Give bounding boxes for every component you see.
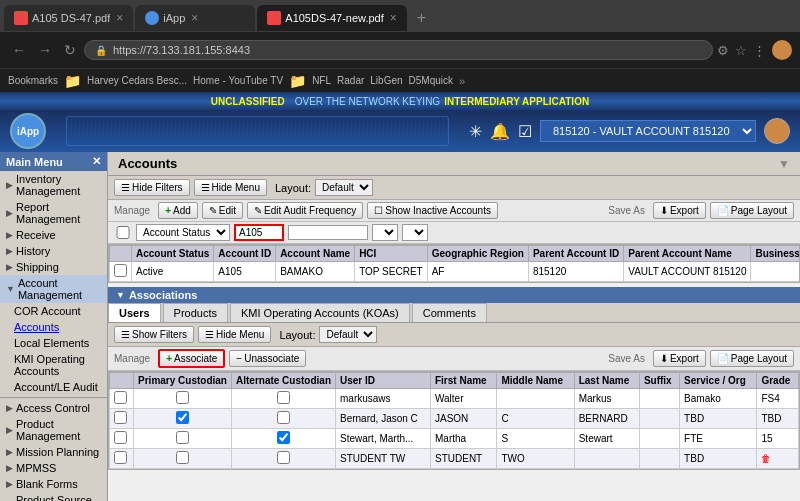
assoc-export-button[interactable]: ⬇ Export <box>653 350 706 367</box>
ucol-service[interactable]: Service / Org <box>680 373 757 389</box>
account-id-filter[interactable] <box>234 224 284 241</box>
account-name-filter[interactable] <box>288 225 368 240</box>
tab-close-2[interactable]: × <box>191 11 198 25</box>
show-filters-button[interactable]: ☰ Show Filters <box>114 326 194 343</box>
sidebar-close-icon[interactable]: ✕ <box>92 155 101 168</box>
tab-pdf-2[interactable]: A105DS-47-new.pdf × <box>257 5 406 31</box>
tab-products[interactable]: Products <box>163 303 228 322</box>
sidebar-sub-local[interactable]: Local Elements <box>0 335 107 351</box>
sidebar-item-blank[interactable]: ▶ Blank Forms <box>0 476 107 492</box>
ucol-middlename[interactable]: Middle Name <box>497 373 574 389</box>
forward-button[interactable]: → <box>34 40 56 60</box>
audit-freq-button[interactable]: ✎ Edit Audit Frequency <box>247 202 363 219</box>
ucol-primary-cust[interactable]: Primary Custodian <box>134 373 232 389</box>
sidebar-item-mpmss[interactable]: ▶ MPMSS <box>0 460 107 476</box>
urow1-alt-cb[interactable] <box>277 391 290 404</box>
sidebar-item-mission[interactable]: ▶ Mission Planning <box>0 444 107 460</box>
tab-close-1[interactable]: × <box>116 11 123 25</box>
bookmark-libgen[interactable]: LibGen <box>370 75 402 86</box>
user-row-4[interactable]: STUDENT TW STUDENT TWO TBD 🗑 <box>110 449 799 469</box>
urow4-alt-cb[interactable] <box>277 451 290 464</box>
geo-region-filter[interactable] <box>402 224 428 241</box>
layout-select[interactable]: Default <box>315 179 373 196</box>
tab-pdf-1[interactable]: A105 DS-47.pdf × <box>4 5 133 31</box>
tab-users[interactable]: Users <box>108 303 161 322</box>
account-status-filter[interactable]: Account Status <box>136 224 230 241</box>
urow4-checkbox[interactable] <box>114 451 127 464</box>
col-status[interactable]: Account Status <box>132 246 214 262</box>
ucol-alt-cust[interactable]: Alternate Custodian <box>231 373 335 389</box>
add-button[interactable]: + Add <box>158 202 198 219</box>
assoc-hide-menu-button[interactable]: ☰ Hide Menu <box>198 326 271 343</box>
edit-button[interactable]: ✎ Edit <box>202 202 243 219</box>
urow4-primary-cb[interactable] <box>176 451 189 464</box>
urow2-alt-cb[interactable] <box>277 411 290 424</box>
sidebar-sub-audit[interactable]: Account/LE Audit <box>0 379 107 395</box>
urow1-primary-cb[interactable] <box>176 391 189 404</box>
sidebar-item-shipping[interactable]: ▶ Shipping <box>0 259 107 275</box>
ucol-userid[interactable]: User ID <box>336 373 431 389</box>
user-avatar[interactable] <box>772 40 792 60</box>
sidebar-sub-cor[interactable]: COR Account <box>0 303 107 319</box>
reload-button[interactable]: ↻ <box>60 40 80 60</box>
ucol-suffix[interactable]: Suffix <box>639 373 679 389</box>
bell-icon[interactable]: 🔔 <box>490 122 510 141</box>
hci-filter[interactable] <box>372 224 398 241</box>
ucol-lastname[interactable]: Last Name <box>574 373 639 389</box>
sidebar-item-account-mgmt[interactable]: ▼ Account Management <box>0 275 107 303</box>
col-account-id[interactable]: Account ID <box>214 246 276 262</box>
bookmark-nfl[interactable]: NFL <box>312 75 331 86</box>
url-bar[interactable]: 🔒 https://73.133.181.155:8443 <box>84 40 713 60</box>
urow2-checkbox[interactable] <box>114 411 127 424</box>
sidebar-item-product-mgmt[interactable]: ▶ Product Management <box>0 416 107 444</box>
user-row-2[interactable]: Bernard, Jason C JASON C BERNARD TBD TBD <box>110 409 799 429</box>
hide-menu-button[interactable]: ☰ Hide Menu <box>194 179 267 196</box>
account-selector[interactable]: 815120 - VAULT ACCOUNT 815120 <box>540 120 756 142</box>
associate-button[interactable]: + Associate <box>158 349 225 368</box>
user-row-1[interactable]: markusaws Walter Markus Bamako FS4 <box>110 389 799 409</box>
ucol-firstname[interactable]: First Name <box>430 373 496 389</box>
sidebar-item-receive[interactable]: ▶ Receive <box>0 227 107 243</box>
sidebar-sub-kmi[interactable]: KMI Operating Accounts <box>0 351 107 379</box>
sidebar-item-report[interactable]: ▶ Report Management <box>0 199 107 227</box>
tab-comments[interactable]: Comments <box>412 303 487 322</box>
ucol-grade[interactable]: Grade <box>757 373 799 389</box>
bookmark-harvey[interactable]: Harvey Cedars Besc... <box>87 75 187 86</box>
user-row-3[interactable]: Stewart, Marth... Martha S Stewart FTE 1… <box>110 429 799 449</box>
export-button[interactable]: ⬇ Export <box>653 202 706 219</box>
bookmark-d5m[interactable]: D5Mquick <box>409 75 453 86</box>
urow3-checkbox[interactable] <box>114 431 127 444</box>
filter-checkbox[interactable] <box>114 226 132 239</box>
urow3-primary-cb[interactable] <box>176 431 189 444</box>
unassociate-button[interactable]: − Unassociate <box>229 350 306 367</box>
bookmark-home[interactable]: Home - YouTube TV <box>193 75 283 86</box>
sidebar-item-product-src[interactable]: ▶ Product Source Managem... <box>0 492 107 501</box>
col-parent-id[interactable]: Parent Account ID <box>528 246 623 262</box>
tab-koa[interactable]: KMI Operating Accounts (KOAs) <box>230 303 410 322</box>
bookmark-bookmarks[interactable]: Bookmarks <box>8 75 58 86</box>
assoc-layout-select[interactable]: Default <box>319 326 377 343</box>
urow2-primary-cb[interactable] <box>176 411 189 424</box>
col-biz-phone[interactable]: Business Phone <box>751 246 800 262</box>
tab-close-3[interactable]: × <box>390 11 397 25</box>
urow1-checkbox[interactable] <box>114 391 127 404</box>
assoc-page-layout-button[interactable]: 📄 Page Layout <box>710 350 794 367</box>
checkbox-icon[interactable]: ☑ <box>518 122 532 141</box>
col-parent-name[interactable]: Parent Account Name <box>624 246 751 262</box>
new-tab-button[interactable]: + <box>409 6 434 30</box>
back-button[interactable]: ← <box>8 40 30 60</box>
sidebar-item-access[interactable]: ▶ Access Control <box>0 400 107 416</box>
sidebar-item-history[interactable]: ▶ History <box>0 243 107 259</box>
page-layout-button[interactable]: 📄 Page Layout <box>710 202 794 219</box>
bookmark-radar[interactable]: Radar <box>337 75 364 86</box>
bookmark-icon[interactable]: ☆ <box>735 43 747 58</box>
hide-filters-button[interactable]: ☰ Hide Filters <box>114 179 190 196</box>
col-geo-region[interactable]: Geographic Region <box>427 246 528 262</box>
show-inactive-button[interactable]: ☐ Show Inactive Accounts <box>367 202 498 219</box>
sidebar-item-inventory[interactable]: ▶ Inventory Management <box>0 171 107 199</box>
top-user-avatar[interactable] <box>764 118 790 144</box>
sidebar-sub-accounts[interactable]: Accounts <box>0 319 107 335</box>
col-hci[interactable]: HCI <box>355 246 428 262</box>
tab-iapp[interactable]: iApp × <box>135 5 255 31</box>
delete-icon[interactable]: 🗑 <box>761 453 771 464</box>
